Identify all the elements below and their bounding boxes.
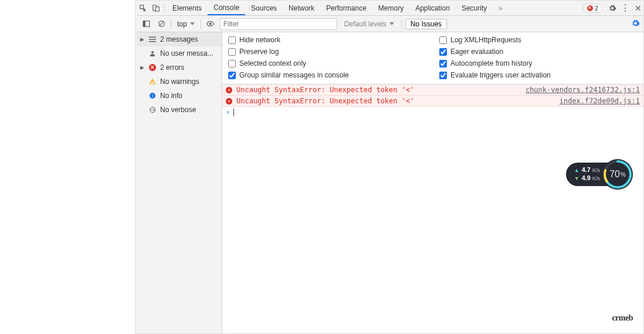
error-icon: ✕ [148,63,157,72]
console-prompt[interactable]: › [222,107,644,117]
usage-percent: 70 [609,169,620,180]
setting-log-xhr[interactable]: Log XMLHttpRequests [439,36,639,44]
tab-sources[interactable]: Sources [245,1,283,15]
sidebar-item-messages[interactable]: ▶ 2 messages [137,32,222,46]
messages-icon [148,35,157,43]
sidebar-item-verbose[interactable]: No verbose [137,103,222,117]
setting-preserve-log[interactable]: Preserve log [228,48,428,56]
clear-console-icon[interactable] [155,18,167,30]
sidebar-item-info[interactable]: No info [137,89,222,103]
toggle-sidebar-icon[interactable] [140,18,152,30]
setting-label: Selected context only [239,59,306,68]
expand-icon: ▶ [140,36,145,42]
log-row-error[interactable]: ✕ Uncaught SyntaxError: Unexpected token… [222,85,644,96]
checkbox[interactable] [228,72,236,79]
svg-rect-1 [155,6,159,11]
tab-overflow[interactable]: » [493,1,509,15]
network-speed-widget[interactable]: ▲4.7K/s ▼4.9K/s 70% [566,158,634,191]
setting-autocomplete[interactable]: Autocomplete from history [439,59,639,68]
svg-line-5 [159,22,164,26]
svg-rect-15 [152,95,153,97]
verbose-icon [148,106,157,114]
setting-group-similar[interactable]: Group similar messages in console [228,71,428,79]
context-dropdown[interactable]: top [175,20,197,28]
setting-label: Hide network [239,36,280,44]
separator [171,19,171,29]
error-count-badge[interactable]: ✕ 2 [583,4,602,13]
device-toolbar-icon[interactable] [150,1,162,16]
tab-memory[interactable]: Memory [372,1,409,15]
tab-performance[interactable]: Performance [320,1,372,15]
sidebar-item-user-messages[interactable]: No user messa... [137,46,222,60]
upload-speed: 4.7 [582,166,591,174]
console-settings-icon[interactable] [629,19,641,29]
setting-label: Autocomplete from history [450,59,532,68]
setting-label: Preserve log [239,48,279,56]
devtools-panel: Elements Console Sources Network Perform… [137,1,644,333]
sidebar-item-warnings[interactable]: No warnings [137,75,222,89]
filter-input[interactable] [220,18,337,30]
setting-selected-context[interactable]: Selected context only [228,59,428,68]
tab-security[interactable]: Security [456,1,493,15]
download-speed: 4.9 [582,174,591,182]
sidebar-label: 2 errors [160,63,184,72]
tab-label: Performance [326,4,367,12]
checkbox[interactable] [439,36,447,44]
arrow-down-icon: ▼ [574,175,579,183]
tab-label: Elements [172,4,202,12]
tab-network[interactable]: Network [283,1,320,15]
tab-label: Console [213,4,239,12]
devtools-topbar: Elements Console Sources Network Perform… [137,1,644,16]
svg-rect-3 [143,21,145,27]
watermark-logo: crmeb [612,313,633,323]
separator [401,19,402,29]
sidebar-item-errors[interactable]: ▶ ✕ 2 errors [137,60,222,75]
checkbox[interactable] [228,48,236,56]
tab-console[interactable]: Console [208,1,245,15]
settings-gear-icon[interactable] [606,1,619,16]
tab-label: Sources [251,4,277,12]
checkbox[interactable] [228,36,236,44]
log-levels-dropdown[interactable]: Default levels [341,20,398,28]
tab-application[interactable]: Application [409,1,456,15]
log-row-error[interactable]: ✕ Uncaught SyntaxError: Unexpected token… [222,96,644,107]
log-source-link[interactable]: index.f72de09d.js:1 [560,97,640,105]
usage-ring: 70% [601,158,634,191]
error-count: 2 [595,5,598,12]
setting-label: Log XMLHttpRequests [450,36,521,44]
setting-eval-triggers[interactable]: Evaluate triggers user activation [439,71,639,79]
checkbox[interactable] [439,60,447,68]
close-devtools-icon[interactable]: ✕ [632,1,644,16]
svg-rect-16 [152,94,153,95]
user-icon [148,49,157,58]
levels-label: Default levels [344,20,387,28]
log-source-link[interactable]: chunk-vendors.f2416732.js:1 [526,86,640,94]
sidebar-label: No user messa... [160,49,213,58]
page-blank-area [0,0,136,334]
svg-point-11 [151,51,154,53]
setting-hide-network[interactable]: Hide network [228,36,428,44]
checkbox[interactable] [439,72,447,79]
setting-eager-eval[interactable]: Eager evaluation [439,48,639,56]
tab-label: Network [289,4,314,12]
error-icon: ✕ [226,98,234,104]
devtools-tabs: Elements Console Sources Network Perform… [167,1,509,15]
sidebar-label: 2 messages [160,35,198,43]
issues-button[interactable]: No Issues [405,19,447,29]
svg-rect-12 [152,81,153,83]
more-menu-icon[interactable]: ⋮ [619,1,632,16]
info-icon [148,92,157,100]
inspect-element-icon[interactable] [137,1,150,16]
download-unit: K/s [592,175,600,183]
setting-label: Evaluate triggers user activation [450,71,551,79]
checkbox[interactable] [439,48,447,56]
sidebar-label: No verbose [160,106,196,114]
separator [201,19,201,29]
sidebar-label: No warnings [160,77,199,86]
arrow-up-icon: ▲ [574,167,579,174]
error-dot-icon: ✕ [587,5,593,11]
checkbox[interactable] [228,60,236,68]
live-expression-icon[interactable] [205,18,216,30]
tab-label: Memory [378,4,404,12]
tab-elements[interactable]: Elements [167,1,208,15]
